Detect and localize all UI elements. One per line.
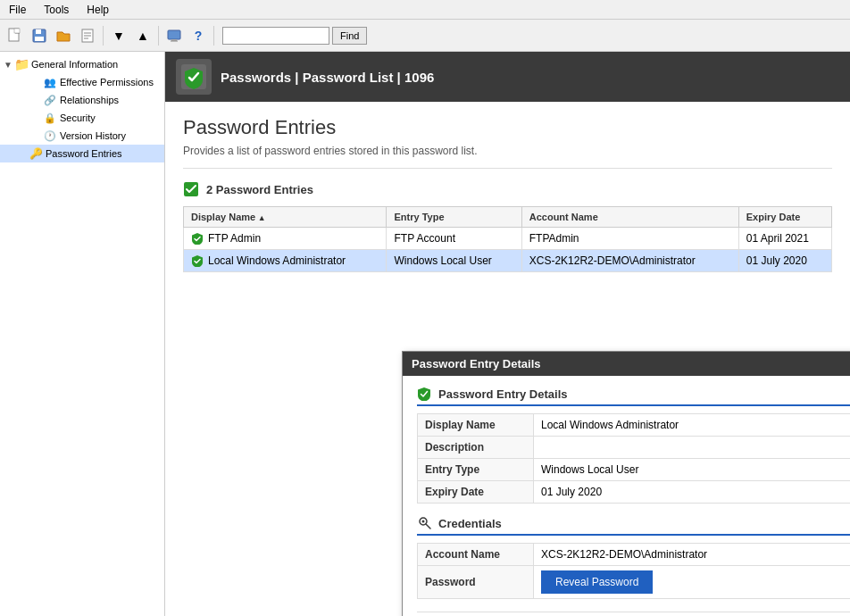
password-entry-dialog: Password Entry Details Password Entry De…	[402, 351, 850, 616]
sidebar-item-root[interactable]: ▼ 📁 General Information	[0, 55, 164, 73]
sidebar-label-rel: Relationships	[60, 95, 119, 105]
details-shield-icon	[417, 387, 431, 401]
credentials-table: Account Name XCS-2K12R2-DEMO\Administrat…	[417, 543, 850, 599]
entries-icon: 🔑	[29, 146, 43, 161]
toolbar-btn-new[interactable]	[4, 25, 26, 46]
relationships-icon: 🔗	[43, 93, 57, 107]
cell-display-name: FTP Admin	[184, 228, 387, 250]
entry-count: 2 Password Entries	[206, 183, 313, 196]
tree-expand-root[interactable]: ▼	[4, 60, 14, 70]
details-section-title: Password Entry Details	[438, 387, 568, 401]
col-expiry-date[interactable]: Expiry Date	[738, 207, 831, 228]
toolbar-btn-up[interactable]: ▲	[132, 25, 154, 46]
credentials-section-header: Credentials	[417, 516, 850, 536]
sidebar-item-relationships[interactable]: 🔗 Relationships	[0, 91, 164, 109]
sidebar-label-ep: Effective Permissions	[60, 77, 154, 87]
cred-row: Account Name XCS-2K12R2-DEMO\Administrat…	[418, 544, 851, 566]
reveal-password-button[interactable]: Reveal Password	[541, 570, 653, 594]
detail-row: Entry Type Windows Local User	[418, 459, 851, 481]
field-label: Display Name	[418, 414, 534, 437]
dialog-title: Password Entry Details	[412, 357, 541, 370]
page-description: Provides a list of password entries stor…	[183, 145, 832, 169]
field-value: Windows Local User	[534, 459, 851, 481]
dialog-body: Password Entry Details Display Name Loca…	[403, 376, 850, 616]
detail-row: Expiry Date 01 July 2020	[418, 481, 851, 504]
svg-rect-3	[36, 29, 41, 34]
cell-entry-type: Windows Local User	[387, 250, 521, 272]
menu-tools[interactable]: Tools	[35, 2, 78, 18]
row-shield-icon	[191, 232, 204, 245]
table-row[interactable]: Local Windows Administrator Windows Loca…	[184, 250, 832, 272]
content-header: Passwords | Password List | 1096	[165, 52, 850, 102]
permissions-icon: 👥	[43, 75, 57, 89]
sidebar-item-security[interactable]: 🔒 Security	[0, 109, 164, 127]
sidebar-item-version-history[interactable]: 🕐 Version History	[0, 127, 164, 145]
detail-row: Display Name Local Windows Administrator	[418, 414, 851, 437]
cell-account-name: FTPAdmin	[521, 228, 738, 250]
field-value	[534, 437, 851, 459]
search-area: Find	[222, 27, 367, 45]
cell-account-name: XCS-2K12R2-DEMO\Administrator	[521, 250, 738, 272]
toolbar-btn-open[interactable]	[53, 25, 74, 46]
cred-value-password: Reveal Password	[534, 566, 851, 599]
page-content: Password Entries Provides a list of pass…	[165, 102, 850, 287]
table-row[interactable]: FTP Admin FTP Account FTPAdmin 01 April …	[184, 228, 832, 250]
sidebar-root-label: General Information	[31, 59, 118, 70]
cell-entry-type: FTP Account	[387, 228, 521, 250]
field-label: Description	[418, 437, 534, 459]
menubar: File Tools Help	[0, 0, 850, 20]
toolbar-btn-screen[interactable]	[163, 25, 185, 46]
sidebar-label-pe: Password Entries	[46, 148, 122, 159]
row-shield-icon	[191, 254, 204, 267]
col-entry-type[interactable]: Entry Type	[387, 207, 521, 228]
main-layout: ▼ 📁 General Information 👥 Effective Perm…	[0, 52, 850, 616]
svg-rect-1	[14, 29, 20, 33]
cred-label: Password	[418, 566, 534, 599]
menu-help[interactable]: Help	[78, 2, 118, 18]
toolbar-btn-down[interactable]: ▼	[108, 25, 129, 46]
details-table: Display Name Local Windows Administrator…	[417, 413, 850, 504]
find-button[interactable]: Find	[332, 27, 367, 45]
cell-expiry-date: 01 July 2020	[738, 250, 831, 272]
cell-display-name: Local Windows Administrator	[184, 250, 387, 272]
cred-label: Account Name	[418, 544, 534, 566]
sidebar: ▼ 📁 General Information 👥 Effective Perm…	[0, 52, 165, 616]
password-table: Display Name Entry Type Account Name Exp…	[183, 206, 832, 272]
dialog-titlebar: Password Entry Details	[403, 352, 850, 376]
svg-point-17	[422, 520, 425, 523]
page-title: Password Entries	[183, 116, 832, 139]
breadcrumb: Passwords | Password List | 1096	[221, 70, 434, 85]
search-input[interactable]	[222, 27, 329, 45]
entries-section-header: 2 Password Entries	[183, 181, 832, 197]
header-icon	[176, 59, 212, 95]
toolbar-btn-help[interactable]: ?	[188, 25, 209, 46]
cell-expiry-date: 01 April 2021	[738, 228, 831, 250]
col-display-name[interactable]: Display Name	[184, 207, 387, 228]
field-label: Expiry Date	[418, 481, 534, 504]
sidebar-item-password-entries[interactable]: 🔑 Password Entries	[0, 145, 164, 162]
sidebar-item-effective-permissions[interactable]: 👥 Effective Permissions	[0, 73, 164, 91]
col-account-name[interactable]: Account Name	[521, 207, 738, 228]
toolbar-btn-save[interactable]	[29, 25, 50, 46]
sidebar-label-sec: Security	[60, 112, 96, 123]
content-area: Passwords | Password List | 1096 Passwor…	[165, 52, 850, 616]
svg-rect-9	[168, 30, 180, 39]
toolbar: ▼ ▲ ? Find	[0, 20, 850, 52]
detail-row: Description	[418, 437, 851, 459]
menu-file[interactable]: File	[0, 2, 35, 18]
field-value: Local Windows Administrator	[534, 414, 851, 437]
details-section-header: Password Entry Details	[417, 387, 850, 406]
toolbar-btn-edit[interactable]	[77, 25, 98, 46]
cred-value: XCS-2K12R2-DEMO\Administrator	[534, 544, 851, 566]
entries-section-icon	[183, 181, 199, 197]
credentials-section-title: Credentials	[438, 517, 502, 530]
dialog-footer: Close	[417, 612, 850, 616]
folder-icon: 📁	[14, 57, 29, 71]
history-icon: 🕐	[43, 129, 57, 143]
field-label: Entry Type	[418, 459, 534, 481]
cred-row: Password Reveal Password	[418, 566, 851, 599]
field-value: 01 July 2020	[534, 481, 851, 504]
sidebar-label-vh: Version History	[60, 130, 126, 141]
credentials-icon	[417, 516, 431, 530]
security-icon: 🔒	[43, 111, 57, 125]
